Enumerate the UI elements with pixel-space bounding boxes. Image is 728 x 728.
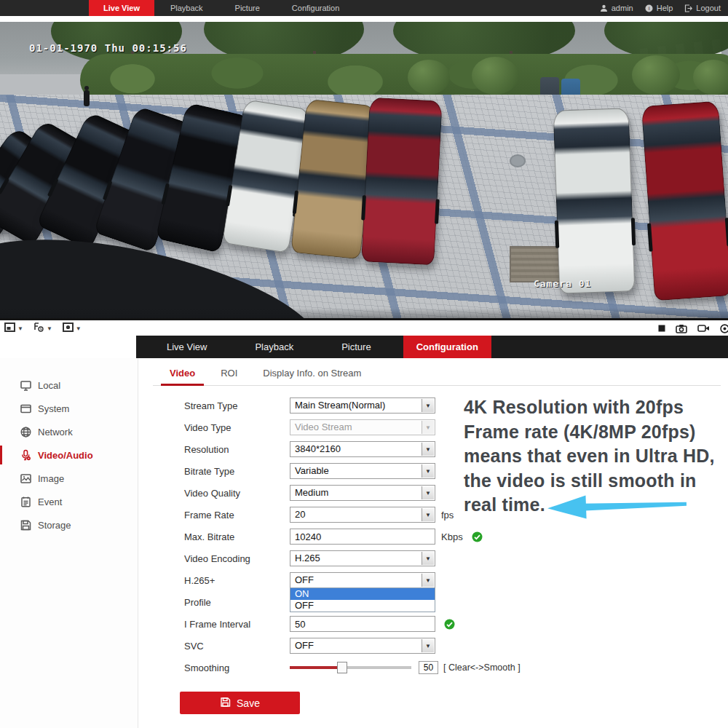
annotation-line: 4K Resolution with 20fps: [464, 395, 726, 420]
layout-select-button[interactable]: ▼: [4, 322, 23, 335]
smoothing-value: 50: [419, 661, 438, 674]
h265-plus-label: H.265+: [184, 575, 290, 586]
settings-tabs: Video ROI Display Info. on Stream: [138, 358, 728, 379]
sidebar-label: Network: [38, 427, 73, 438]
sidebar-label: Event: [38, 496, 62, 507]
video-encoding-select[interactable]: H.265 ▼: [290, 550, 435, 566]
audio-icon[interactable]: [720, 324, 728, 333]
sidebar-item-storage[interactable]: Storage: [0, 513, 138, 537]
chevron-down-icon: ▼: [422, 464, 434, 478]
tab-video[interactable]: Video: [170, 368, 195, 379]
svc-value: OFF: [290, 638, 435, 653]
config-sidebar: Local System Network Video/Audio Image E…: [0, 358, 138, 728]
nav-picture[interactable]: Picture: [331, 336, 381, 358]
logout-icon: [684, 4, 692, 12]
max-bitrate-row: Max. Bitrate Kbps: [184, 526, 728, 547]
save-button[interactable]: Save: [180, 692, 300, 714]
top-tab-configuration[interactable]: Configuration: [276, 0, 355, 16]
top-tab-live-view[interactable]: Live View: [89, 0, 154, 16]
chevron-down-icon: ▼: [422, 421, 434, 434]
aspect-ratio-button[interactable]: ▼: [33, 322, 52, 335]
svc-select[interactable]: OFF ▼: [290, 638, 435, 654]
sidebar-item-network[interactable]: Network: [0, 420, 138, 443]
chevron-down-icon: ▼: [17, 325, 23, 332]
stream-view-button[interactable]: ▼: [63, 322, 82, 335]
max-bitrate-label: Max. Bitrate: [184, 531, 290, 542]
frame-rate-select[interactable]: 20 ▼: [290, 507, 435, 523]
top-bar-right: admin i Help Logout: [600, 0, 728, 16]
h265-plus-value: OFF: [290, 573, 435, 587]
chevron-down-icon: ▼: [422, 574, 434, 587]
video-quality-select[interactable]: Medium ▼: [290, 485, 435, 501]
nav-configuration[interactable]: Configuration: [403, 336, 491, 358]
bitrate-type-value: Variable: [290, 464, 435, 478]
max-bitrate-input[interactable]: [290, 529, 435, 545]
stream-type-label: Stream Type: [184, 400, 290, 411]
sidebar-label: Image: [38, 473, 64, 484]
image-icon: [20, 472, 32, 485]
sidebar-label: Local: [38, 380, 60, 391]
pedestrian: [82, 86, 92, 111]
svc-label: SVC: [184, 641, 290, 652]
camera-timestamp: 01-01-1970 Thu 00:15:56: [29, 42, 187, 54]
tabs-divider: [153, 385, 721, 386]
video-toolbar-right: [658, 324, 724, 333]
camera-name-overlay: Camera 01: [534, 278, 591, 289]
bitrate-type-label: Bitrate Type: [184, 466, 290, 477]
chevron-down-icon: ▼: [422, 508, 434, 521]
annotation-line: means that even in Ultra HD,: [464, 444, 726, 469]
tab-display-info[interactable]: Display Info. on Stream: [263, 368, 361, 379]
help-button[interactable]: i Help: [645, 4, 673, 12]
logout-button[interactable]: Logout: [684, 4, 721, 12]
stream-type-select[interactable]: Main Stream(Normal) ▼: [290, 397, 435, 414]
i-frame-interval-label: I Frame Interval: [184, 619, 290, 630]
sidebar-item-video-audio[interactable]: Video/Audio: [0, 443, 138, 467]
chevron-down-icon: ▼: [76, 325, 82, 332]
resolution-select[interactable]: 3840*2160 ▼: [290, 441, 435, 457]
user-menu[interactable]: admin: [600, 4, 633, 12]
user-name: admin: [612, 4, 633, 12]
sidebar-label: System: [38, 403, 69, 414]
help-label: Help: [657, 4, 673, 12]
frame-rate-label: Frame Rate: [184, 510, 290, 521]
bitrate-type-select[interactable]: Variable ▼: [290, 463, 435, 479]
profile-label: Profile: [184, 597, 290, 608]
max-bitrate-unit: Kbps: [441, 531, 463, 542]
snapshot-icon[interactable]: [676, 324, 687, 333]
nav-playback[interactable]: Playback: [245, 336, 304, 358]
image-size-icon: [63, 322, 74, 335]
parked-car-white: [553, 108, 636, 293]
smoothing-hint: [ Clear<->Smooth ]: [443, 662, 521, 673]
sidebar-item-image[interactable]: Image: [0, 467, 138, 490]
sidebar-label: Video/Audio: [38, 450, 93, 461]
slider-handle[interactable]: [337, 662, 347, 673]
storage-icon: [20, 519, 32, 531]
sidebar-item-local[interactable]: Local: [0, 373, 138, 397]
chevron-down-icon: ▼: [422, 552, 434, 565]
pedestrian-body: [84, 90, 90, 106]
chevron-down-icon: ▼: [422, 486, 434, 499]
bush: [408, 60, 450, 95]
smoothing-slider: 50 [ Clear<->Smooth ]: [290, 661, 521, 674]
chevron-down-icon: ▼: [422, 399, 434, 412]
frame-rate-value: 20: [290, 507, 435, 522]
tab-roi[interactable]: ROI: [221, 368, 237, 379]
parked-car-red: [641, 101, 728, 301]
frame-shadow: [0, 308, 728, 320]
h265-plus-dropdown: OFF ▼ ON OFF: [290, 572, 435, 588]
chevron-down-icon: ▼: [47, 325, 52, 332]
chevron-down-icon: ▼: [422, 639, 434, 652]
slider-track[interactable]: [290, 666, 411, 669]
live-video-frame: 01-01-1970 Thu 00:15:56 Camera 01: [0, 22, 728, 320]
h265-plus-select[interactable]: OFF ▼: [290, 572, 435, 588]
sidebar-item-system[interactable]: System: [0, 397, 138, 420]
top-tab-playback[interactable]: Playback: [154, 0, 219, 16]
dropdown-option-off[interactable]: OFF: [290, 600, 435, 612]
top-tab-picture[interactable]: Picture: [219, 0, 276, 16]
nav-live-view[interactable]: Live View: [157, 336, 217, 358]
stop-icon[interactable]: [658, 325, 665, 332]
sidebar-item-event[interactable]: Event: [0, 490, 138, 513]
dropdown-option-on[interactable]: ON: [290, 588, 435, 600]
i-frame-interval-input[interactable]: [290, 616, 435, 632]
record-icon[interactable]: [697, 324, 710, 333]
